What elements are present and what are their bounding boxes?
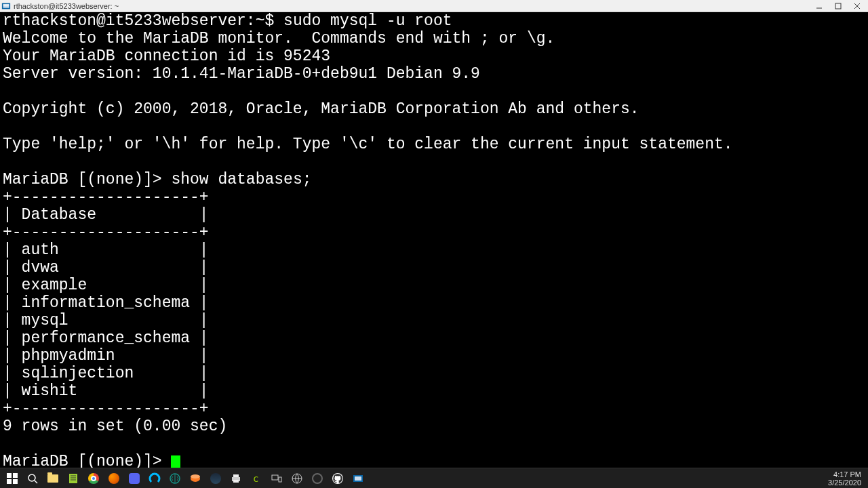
- mariadb-prompt: MariaDB [(none)]>: [3, 171, 171, 188]
- server-version-line: Server version: 10.1.41-MariaDB-0+deb9u1…: [3, 65, 480, 83]
- putty-taskbar-icon[interactable]: [349, 469, 368, 488]
- mariadb-prompt: MariaDB [(none)]>: [3, 453, 171, 468]
- svg-rect-25: [279, 477, 281, 482]
- taskbar: c 4:17 PM 3/25/2020: [0, 468, 868, 488]
- putty-icon: [1, 1, 11, 11]
- table-border: +--------------------+: [3, 188, 209, 206]
- devices-icon[interactable]: [267, 469, 286, 488]
- start-button[interactable]: [3, 469, 22, 488]
- shell-prompt: rthackston@it5233webserver:~$: [3, 12, 283, 30]
- svg-text:c: c: [253, 473, 258, 484]
- cursor: [171, 455, 180, 468]
- logitech-icon[interactable]: [145, 469, 164, 488]
- svg-rect-29: [355, 476, 361, 481]
- steam-icon[interactable]: [206, 469, 225, 488]
- minimize-button[interactable]: [810, 0, 829, 12]
- help-line: Type 'help;' or '\h' for help. Type '\c'…: [3, 136, 733, 153]
- table-row: | mysql |: [3, 312, 209, 329]
- table-row: | performance_schema |: [3, 329, 209, 347]
- svg-rect-10: [13, 479, 18, 484]
- svg-line-12: [35, 481, 37, 483]
- svg-rect-4: [835, 3, 841, 9]
- connection-id-line: Your MariaDB connection id is 95243: [3, 47, 330, 65]
- table-row: | phpmyadmin |: [3, 347, 209, 365]
- mariadb-command: show databases;: [171, 171, 311, 188]
- clock-time: 4:17 PM: [828, 470, 861, 479]
- table-row: | auth |: [3, 241, 209, 259]
- window-title: rthackston@it5233webserver: ~: [14, 2, 119, 10]
- window-titlebar: rthackston@it5233webserver: ~: [0, 0, 868, 12]
- svg-rect-2: [3, 4, 9, 5]
- globe-icon[interactable]: [288, 469, 307, 488]
- svg-point-11: [28, 474, 35, 481]
- table-row: | wishit |: [3, 382, 209, 400]
- svg-rect-22: [233, 480, 239, 483]
- svg-point-19: [191, 474, 200, 479]
- printer-icon[interactable]: [226, 469, 245, 488]
- table-row: | sqlinjection |: [3, 365, 209, 382]
- shell-command: sudo mysql -u root: [283, 12, 452, 30]
- cmder-icon[interactable]: c: [247, 469, 266, 488]
- xampp-icon[interactable]: [186, 469, 205, 488]
- system-clock[interactable]: 4:17 PM 3/25/2020: [824, 469, 865, 488]
- notepadpp-icon[interactable]: [64, 469, 83, 488]
- maximize-button[interactable]: [829, 0, 848, 12]
- discord-icon[interactable]: [125, 469, 144, 488]
- svg-rect-9: [7, 479, 12, 484]
- copyright-line: Copyright (c) 2000, 2018, Oracle, MariaD…: [3, 100, 639, 118]
- chrome-icon[interactable]: [84, 469, 103, 488]
- obs-icon[interactable]: [308, 469, 327, 488]
- file-explorer-icon[interactable]: [43, 469, 62, 488]
- clock-date: 3/25/2020: [828, 479, 861, 487]
- table-row: | information_schema |: [3, 294, 209, 312]
- table-header: | Database |: [3, 206, 209, 224]
- svg-rect-21: [233, 474, 239, 477]
- close-button[interactable]: [848, 0, 867, 12]
- result-line: 9 rows in set (0.00 sec): [3, 418, 227, 435]
- terminal[interactable]: rthackston@it5233webserver:~$ sudo mysql…: [0, 12, 868, 468]
- svg-rect-8: [13, 473, 18, 478]
- github-icon[interactable]: [328, 469, 347, 488]
- table-border: +--------------------+: [3, 400, 209, 418]
- svg-rect-7: [7, 473, 12, 478]
- svg-rect-13: [69, 474, 77, 483]
- svg-rect-24: [272, 475, 278, 480]
- table-row: | example |: [3, 277, 209, 294]
- firefox-icon[interactable]: [104, 469, 123, 488]
- table-border: +--------------------+: [3, 224, 209, 241]
- gitkraken-icon[interactable]: [165, 469, 184, 488]
- table-row: | dvwa |: [3, 259, 209, 277]
- search-icon[interactable]: [23, 469, 42, 488]
- welcome-line: Welcome to the MariaDB monitor. Commands…: [3, 30, 555, 47]
